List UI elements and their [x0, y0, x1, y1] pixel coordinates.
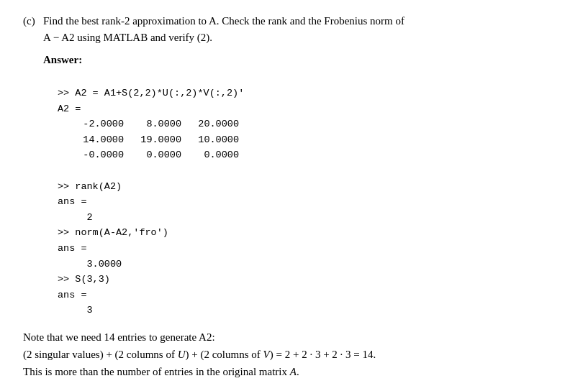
note-section: Note that we need 14 entries to generate…: [23, 328, 565, 380]
matrix-row-2: 14.0000 19.0000 10.0000: [72, 132, 565, 148]
m12: 8.0000: [130, 116, 187, 132]
ans3-val: 3: [87, 305, 93, 316]
rank-section: >> rank(A2) ans = 2 >> norm(A-A2,'fro') …: [58, 163, 565, 318]
m23: 10.0000: [187, 132, 245, 148]
m32: 0.0000: [130, 147, 187, 163]
m13: 20.0000: [187, 116, 245, 132]
code-line-a2-label: A2 =: [58, 104, 81, 114]
ans1-label: ans =: [58, 196, 87, 207]
code-line-a2-cmd: >> A2 = A1+S(2,2)*U(:,2)*V(:,2)': [58, 88, 244, 98]
m33: 0.0000: [187, 147, 245, 163]
a-var: A: [290, 366, 297, 377]
code-block: >> A2 = A1+S(2,2)*U(:,2)*V(:,2)' A2 =: [58, 70, 565, 117]
matrix-row-3: -0.0000 0.0000 0.0000: [72, 147, 565, 163]
m21: 14.0000: [72, 132, 130, 148]
ans3-label: ans =: [58, 290, 87, 300]
m31: -0.0000: [72, 147, 130, 163]
m22: 19.0000: [130, 132, 187, 148]
ans2-label: ans =: [58, 243, 87, 254]
note-line1: Note that we need 14 entries to generate…: [23, 328, 565, 346]
m11: -2.0000: [72, 116, 130, 132]
note-line3: This is more than the number of entries …: [23, 363, 565, 380]
v-var: V: [263, 349, 270, 360]
s33-cmd: >> S(3,3): [58, 274, 110, 285]
note-line2: (2 singular values) + (2 columns of U) +…: [23, 346, 565, 363]
matrix-row-1: -2.0000 8.0000 20.0000: [72, 116, 565, 132]
rank-cmd: >> rank(A2): [58, 181, 122, 192]
matrix-output: -2.0000 8.0000 20.0000 14.0000 19.0000 1…: [72, 116, 565, 163]
part-text: Find the best rank-2 approximation to A.…: [43, 13, 565, 47]
u-var: U: [178, 349, 186, 360]
norm-cmd: >> norm(A-A2,'fro'): [58, 227, 168, 238]
question-text-line2: A − A2 using MATLAB and verify (2).: [43, 32, 212, 43]
ans2-val: 3.0000: [87, 259, 122, 270]
question-text-line1: Find the best rank-2 approximation to A.…: [43, 15, 404, 27]
answer-label: Answer:: [43, 54, 565, 66]
ans1-val: 2: [87, 212, 93, 223]
question-part-c: (c) Find the best rank-2 approximation t…: [23, 13, 565, 47]
part-label: (c): [23, 13, 43, 47]
